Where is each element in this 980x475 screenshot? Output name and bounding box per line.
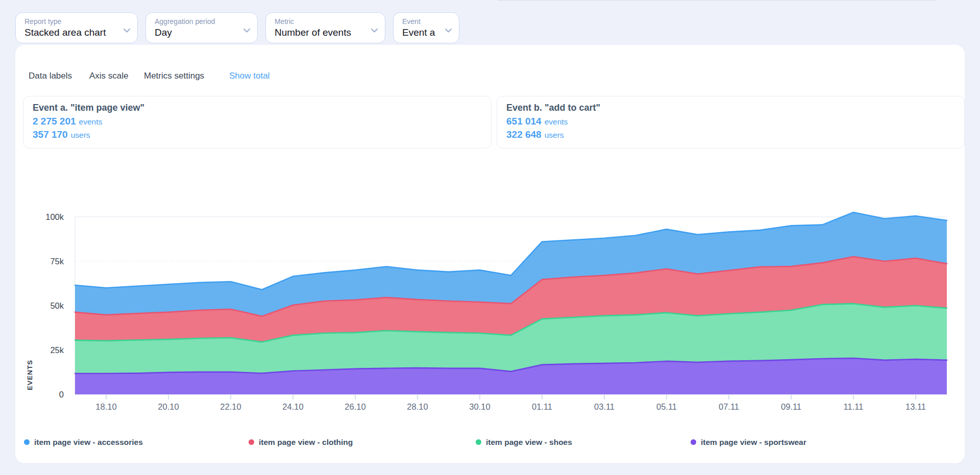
dropdown-value: Stacked area chart bbox=[24, 26, 120, 39]
tab-metrics-settings[interactable]: Metrics settings bbox=[144, 71, 204, 81]
events-count: 2 275 201 bbox=[33, 116, 76, 127]
events-count: 651 014 bbox=[506, 116, 542, 127]
event-dropdown[interactable]: Event Event a bbox=[393, 12, 459, 43]
dropdown-value: Day bbox=[155, 26, 240, 39]
metric-dropdown[interactable]: Metric Number of events bbox=[265, 12, 385, 43]
chevron-down-icon bbox=[371, 26, 378, 35]
x-axis-tick-label: 24.10 bbox=[282, 402, 303, 411]
legend-item-sportswear[interactable]: item page view - sportswear bbox=[691, 437, 806, 447]
x-axis-tick-label: 30.10 bbox=[469, 402, 490, 411]
x-axis-tick-label: 07.11 bbox=[719, 402, 739, 411]
x-axis-tick-label: 03.11 bbox=[594, 402, 615, 411]
events-unit-label: events bbox=[545, 117, 568, 126]
tab-axis-scale[interactable]: Axis scale bbox=[89, 71, 129, 81]
legend-item-clothing[interactable]: item page view - clothing bbox=[249, 437, 353, 447]
dropdown-label: Metric bbox=[275, 17, 368, 26]
chevron-down-icon bbox=[243, 26, 251, 35]
card-title: Event a. "item page view" bbox=[33, 101, 482, 115]
x-axis-tick-label: 05.11 bbox=[656, 402, 677, 411]
y-axis-tick-label: 0 bbox=[59, 390, 64, 399]
legend-dot-icon bbox=[24, 439, 30, 445]
x-axis-tick-label: 22.10 bbox=[220, 402, 241, 411]
top-panel-divider bbox=[498, 0, 937, 1]
y-axis-tick-label: 25k bbox=[50, 345, 64, 355]
x-axis-tick-label: 01.11 bbox=[532, 402, 552, 411]
users-unit-label: users bbox=[545, 131, 564, 139]
report-type-dropdown[interactable]: Report type Stacked area chart bbox=[15, 12, 138, 43]
aggregation-period-dropdown[interactable]: Aggregation period Day bbox=[145, 12, 258, 43]
legend-dot-icon bbox=[249, 439, 254, 445]
tab-data-labels[interactable]: Data labels bbox=[29, 71, 72, 81]
y-axis-tick-label: 50k bbox=[50, 301, 64, 310]
x-axis-tick-label: 13.11 bbox=[905, 402, 926, 411]
legend-item-shoes[interactable]: item page view - shoes bbox=[476, 437, 572, 447]
users-unit-label: users bbox=[71, 131, 90, 139]
x-axis-tick-label: 26.10 bbox=[345, 402, 365, 411]
legend-label: item page view - sportswear bbox=[701, 438, 806, 447]
dropdown-label: Aggregation period bbox=[155, 17, 240, 26]
chevron-down-icon bbox=[123, 26, 131, 35]
users-count: 322 648 bbox=[506, 129, 542, 140]
x-axis-tick-label: 28.10 bbox=[407, 402, 428, 411]
event-a-summary-card: Event a. "item page view" 2 275 201event… bbox=[23, 96, 492, 148]
chevron-down-icon bbox=[445, 26, 452, 35]
x-axis-tick-label: 20.10 bbox=[158, 402, 179, 411]
x-axis-tick-label: 09.11 bbox=[781, 402, 801, 411]
y-axis-tick-label: 100k bbox=[45, 212, 64, 221]
legend-dot-icon bbox=[691, 439, 696, 445]
y-axis-tick-label: 75k bbox=[50, 257, 64, 266]
legend-label: item page view - shoes bbox=[486, 438, 572, 447]
dropdown-label: Report type bbox=[24, 17, 120, 26]
dropdown-value: Event a bbox=[402, 26, 442, 39]
dropdown-label: Event bbox=[402, 17, 442, 26]
x-axis-tick-label: 11.11 bbox=[844, 402, 864, 411]
card-title: Event b. "add to cart" bbox=[506, 101, 955, 115]
events-unit-label: events bbox=[79, 117, 103, 126]
y-axis-title: EVENTS bbox=[26, 360, 34, 390]
tab-show-total[interactable]: Show total bbox=[229, 71, 270, 81]
legend-item-accessories[interactable]: item page view - accessories bbox=[24, 437, 143, 447]
legend-label: item page view - clothing bbox=[259, 438, 353, 447]
users-count: 357 170 bbox=[33, 129, 68, 140]
legend-label: item page view - accessories bbox=[34, 438, 143, 447]
dropdown-value: Number of events bbox=[275, 26, 368, 39]
x-axis-tick-label: 18.10 bbox=[95, 402, 116, 411]
stacked-area-chart: 025k50k75k100k18.1020.1022.1024.1026.102… bbox=[20, 171, 960, 413]
legend-dot-icon bbox=[476, 439, 481, 445]
event-b-summary-card: Event b. "add to cart" 651 014events 322… bbox=[497, 96, 965, 148]
